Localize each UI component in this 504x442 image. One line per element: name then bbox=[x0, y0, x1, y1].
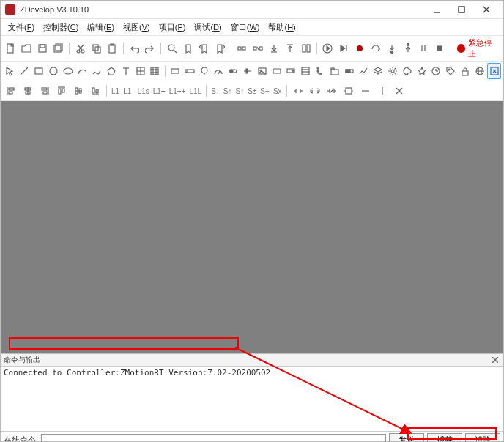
maximize-button[interactable] bbox=[449, 1, 474, 18]
menu-window[interactable]: 窗口(W) bbox=[226, 21, 264, 34]
curve-icon[interactable] bbox=[90, 63, 104, 79]
align-bottom-icon[interactable] bbox=[87, 83, 103, 99]
redo-icon[interactable] bbox=[143, 40, 158, 56]
menu-view[interactable]: 视图(V) bbox=[119, 21, 155, 34]
ellipse-icon[interactable] bbox=[61, 63, 75, 79]
arc-icon[interactable] bbox=[75, 63, 89, 79]
compare-icon[interactable] bbox=[298, 40, 314, 56]
ld-sd[interactable]: S↓ bbox=[210, 84, 221, 98]
ld-l1s[interactable]: L1s bbox=[136, 84, 151, 98]
step-over-icon[interactable] bbox=[368, 40, 383, 56]
upload-icon[interactable] bbox=[282, 40, 297, 56]
circle-icon[interactable] bbox=[46, 63, 60, 79]
breakpoint-icon[interactable] bbox=[352, 40, 368, 56]
copy-icon[interactable] bbox=[89, 40, 104, 56]
ld-l1l[interactable]: L1L bbox=[188, 84, 203, 98]
menu-help[interactable]: 帮助(H) bbox=[264, 21, 300, 34]
tab-widget-icon[interactable] bbox=[327, 63, 341, 79]
connect-icon[interactable] bbox=[234, 40, 250, 56]
ld-sm[interactable]: S− bbox=[259, 84, 271, 98]
label-icon[interactable] bbox=[168, 63, 182, 79]
undo-icon[interactable] bbox=[127, 40, 142, 56]
menu-project[interactable]: 项目(P) bbox=[155, 21, 190, 34]
ladder-coil-icon[interactable] bbox=[307, 83, 323, 99]
clear-button[interactable]: 清除 bbox=[465, 433, 500, 442]
new-file-icon[interactable] bbox=[3, 40, 18, 56]
rect-icon[interactable] bbox=[32, 63, 46, 79]
tree-icon[interactable] bbox=[314, 63, 327, 79]
run-icon[interactable] bbox=[320, 40, 336, 56]
switch-icon[interactable] bbox=[226, 63, 240, 79]
paste-icon[interactable] bbox=[105, 40, 120, 56]
pause-icon[interactable] bbox=[416, 40, 431, 56]
ld-su[interactable]: S↑ bbox=[222, 84, 234, 98]
output-panel-close[interactable] bbox=[490, 355, 500, 365]
next-bookmark-icon[interactable] bbox=[212, 40, 228, 56]
download-icon[interactable] bbox=[266, 40, 281, 56]
save-icon[interactable] bbox=[35, 40, 51, 56]
color-icon[interactable] bbox=[400, 63, 414, 79]
ladder-contact-icon[interactable] bbox=[290, 83, 306, 99]
star-icon[interactable] bbox=[415, 63, 429, 79]
pointer-icon[interactable] bbox=[3, 63, 17, 79]
stop-icon[interactable] bbox=[432, 40, 448, 56]
output-textarea[interactable]: Connected to Controller:ZMotionRT Versio… bbox=[1, 367, 503, 431]
ld-sx[interactable]: Sx bbox=[272, 84, 284, 98]
lamp-icon[interactable] bbox=[197, 63, 211, 79]
capture-button[interactable]: 捕获 bbox=[427, 433, 462, 442]
send-button[interactable]: 发送 bbox=[389, 433, 424, 442]
close-button[interactable] bbox=[474, 1, 499, 18]
ladder-delete-icon[interactable] bbox=[391, 83, 407, 99]
save-all-icon[interactable] bbox=[51, 40, 67, 56]
align-middle-icon[interactable] bbox=[70, 83, 86, 99]
button-widget-icon[interactable] bbox=[270, 63, 284, 79]
emergency-stop-button[interactable]: 紧急停止 bbox=[454, 37, 502, 59]
ladder-vline-icon[interactable] bbox=[374, 83, 390, 99]
ld-spm[interactable]: S± bbox=[246, 84, 258, 98]
ld-l1p[interactable]: L1+ bbox=[152, 84, 167, 98]
zoom-fit-icon[interactable] bbox=[487, 63, 501, 79]
run-to-icon[interactable] bbox=[336, 40, 352, 56]
ld-l1pp[interactable]: L1++ bbox=[168, 84, 188, 98]
menu-file[interactable]: 文件(F) bbox=[4, 21, 39, 34]
open-file-icon[interactable] bbox=[19, 40, 34, 56]
slider-icon[interactable] bbox=[241, 63, 255, 79]
menu-controller[interactable]: 控制器(C) bbox=[39, 21, 83, 34]
ld-sud[interactable]: S↕ bbox=[234, 84, 246, 98]
menu-debug[interactable]: 调试(D) bbox=[190, 21, 226, 34]
gear-icon[interactable] bbox=[386, 63, 400, 79]
ladder-func-icon[interactable] bbox=[341, 83, 357, 99]
align-left-icon[interactable] bbox=[3, 83, 19, 99]
step-out-icon[interactable] bbox=[400, 40, 415, 56]
lock-icon[interactable] bbox=[459, 63, 472, 79]
grid-icon[interactable] bbox=[148, 63, 162, 79]
disconnect-icon[interactable] bbox=[251, 40, 266, 56]
meter-icon[interactable] bbox=[212, 63, 226, 79]
list-icon[interactable] bbox=[299, 63, 313, 79]
tag-icon[interactable] bbox=[444, 63, 458, 79]
align-right-icon[interactable] bbox=[37, 83, 53, 99]
globe-icon[interactable] bbox=[472, 63, 486, 79]
find-icon[interactable] bbox=[164, 40, 179, 56]
online-cmd-input[interactable] bbox=[41, 434, 386, 443]
ld-l1n[interactable]: L1- bbox=[122, 84, 135, 98]
chart-icon[interactable] bbox=[357, 63, 371, 79]
clock-icon[interactable] bbox=[429, 63, 443, 79]
menu-edit[interactable]: 编辑(E) bbox=[83, 21, 119, 34]
ladder-hline-icon[interactable] bbox=[357, 83, 374, 99]
input-icon[interactable] bbox=[182, 63, 196, 79]
step-into-icon[interactable] bbox=[384, 40, 399, 56]
cut-icon[interactable] bbox=[73, 40, 88, 56]
table-icon[interactable] bbox=[133, 63, 147, 79]
bookmark-icon[interactable] bbox=[180, 40, 196, 56]
align-top-icon[interactable] bbox=[53, 83, 70, 99]
align-center-icon[interactable] bbox=[20, 83, 36, 99]
ladder-not-icon[interactable] bbox=[324, 83, 340, 99]
minimize-button[interactable] bbox=[424, 1, 449, 18]
combo-icon[interactable] bbox=[284, 63, 298, 79]
picture-icon[interactable] bbox=[255, 63, 269, 79]
text-icon[interactable] bbox=[119, 63, 133, 79]
layers-icon[interactable] bbox=[371, 63, 385, 79]
ld-l1[interactable]: L1 bbox=[110, 84, 121, 98]
progress-icon[interactable] bbox=[342, 63, 356, 79]
